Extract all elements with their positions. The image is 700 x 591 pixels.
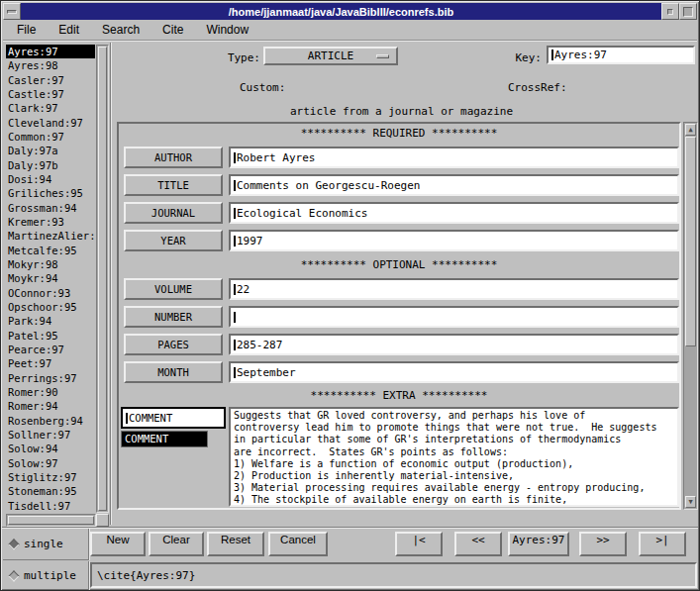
clear-button[interactable]: Clear	[149, 532, 204, 556]
list-item[interactable]: Casler:97	[6, 73, 95, 87]
list-item[interactable]: Kremer:93	[6, 215, 95, 229]
mode-toggle-single[interactable]: single	[3, 529, 89, 560]
scrollbar-thumb[interactable]	[685, 137, 696, 346]
mode-toggle-multiple[interactable]: multiple	[3, 561, 89, 590]
title-label-button[interactable]: TITLE	[124, 174, 223, 196]
list-vertical-scrollbar[interactable]	[96, 45, 109, 513]
volume-field[interactable]: 22	[229, 278, 679, 300]
list-item[interactable]: Stoneman:95	[6, 484, 95, 498]
list-item[interactable]: Romer:94	[6, 399, 95, 413]
month-field[interactable]: September	[229, 361, 679, 383]
journal-field[interactable]: Ecological Economics	[229, 202, 679, 224]
list-item[interactable]: Grossman:94	[6, 201, 95, 215]
menu-window[interactable]: Window	[204, 22, 250, 38]
list-item[interactable]: Ayres:97	[6, 45, 95, 58]
number-field[interactable]	[229, 306, 679, 328]
title-field[interactable]: Comments on Georgescu-Roegen	[229, 174, 679, 196]
menu-search[interactable]: Search	[100, 22, 142, 38]
list-item[interactable]: Romer:90	[6, 385, 95, 399]
list-item[interactable]: Tisdell:97	[6, 499, 95, 513]
list-item[interactable]: Rosenberg:94	[6, 414, 95, 428]
radio-diamond-icon	[8, 539, 19, 549]
text-caret	[234, 152, 236, 163]
pages-field[interactable]: 285-287	[229, 334, 679, 355]
volume-label-button[interactable]: VOLUME	[124, 278, 223, 300]
titlebar[interactable]: /home/jjanmaat/java/JavaBibIII/econrefs.…	[3, 3, 697, 20]
reset-button[interactable]: Reset	[207, 532, 264, 556]
list-item[interactable]: Metcalfe:95	[6, 244, 95, 257]
list-item[interactable]: Clark:97	[6, 101, 95, 115]
extra-section-header: ********** EXTRA **********	[119, 389, 679, 402]
cite-command-field[interactable]: \cite{Ayres:97}	[90, 562, 697, 588]
required-section-header: ********** REQUIRED **********	[119, 127, 679, 140]
key-field[interactable]: Ayres:97	[547, 46, 695, 64]
list-item[interactable]: Sollner:97	[6, 428, 95, 442]
year-label-button[interactable]: YEAR	[124, 230, 223, 251]
list-item[interactable]: Solow:94	[6, 442, 95, 455]
list-item[interactable]: Common:97	[6, 130, 95, 144]
next-record-button[interactable]: >>	[579, 532, 627, 556]
text-caret	[234, 312, 236, 323]
list-item[interactable]: Daly:97b	[6, 158, 95, 172]
author-field[interactable]: Robert Ayres	[229, 147, 679, 168]
window-title: /home/jjanmaat/java/JavaBibIII/econrefs.…	[21, 6, 661, 18]
pages-label-button[interactable]: PAGES	[124, 334, 223, 355]
number-label-button[interactable]: NUMBER	[124, 306, 223, 328]
menu-cite[interactable]: Cite	[160, 22, 185, 38]
radio-diamond-icon	[8, 570, 19, 581]
form-vertical-scrollbar[interactable]: ▲ ▼	[683, 122, 698, 510]
entry-type-description: article from a journal or magazine	[112, 105, 691, 118]
text-caret	[234, 180, 236, 191]
scroll-down-arrow-icon[interactable]: ▼	[685, 496, 696, 508]
previous-record-button[interactable]: <<	[454, 532, 502, 556]
type-option-menu[interactable]: ARTICLE	[263, 47, 398, 65]
first-record-button[interactable]: |<	[395, 532, 443, 556]
list-item[interactable]: Griliches:95	[6, 186, 95, 200]
scroll-up-arrow-icon[interactable]: ▲	[685, 124, 696, 136]
mode-multiple-label: multiple	[24, 569, 76, 582]
journal-label-button[interactable]: JOURNAL	[124, 202, 223, 224]
list-item[interactable]: Cleveland:97	[6, 116, 95, 130]
new-button[interactable]: New	[90, 532, 146, 556]
maximize-button[interactable]	[679, 3, 697, 20]
list-item[interactable]: Daly:97a	[6, 144, 95, 157]
last-record-button[interactable]: >|	[639, 532, 686, 556]
list-item[interactable]: Ayres:98	[6, 58, 95, 72]
extra-field-selector[interactable]: COMMENT	[121, 407, 226, 429]
minimize-icon	[667, 9, 673, 15]
list-item[interactable]: Park:94	[6, 314, 95, 328]
list-item[interactable]: OConnor:93	[6, 286, 95, 300]
menu-edit[interactable]: Edit	[56, 22, 81, 38]
list-item[interactable]: Solow:97	[6, 456, 95, 470]
year-field[interactable]: 1997	[229, 230, 679, 251]
list-horizontal-scrollbar[interactable]	[6, 514, 96, 527]
month-label-button[interactable]: MONTH	[124, 361, 223, 383]
list-item[interactable]: Stiglitz:97	[6, 470, 95, 484]
text-caret	[234, 236, 236, 246]
footer-separator	[2, 527, 698, 529]
current-record-button[interactable]: Ayres:97	[508, 532, 569, 556]
list-item[interactable]: Castle:97	[6, 87, 95, 101]
citation-key-list: Ayres:97 Ayres:98 Casler:97 Castle:97 Cl…	[6, 45, 95, 513]
scrollbar-thumb[interactable]	[8, 516, 94, 525]
scrollbar-thumb[interactable]	[98, 47, 107, 511]
window-menu-button[interactable]	[3, 3, 21, 20]
year-value: 1997	[237, 235, 263, 247]
minimize-button[interactable]	[661, 3, 679, 20]
dropdown-item-comment[interactable]: COMMENT	[122, 432, 207, 446]
list-item[interactable]: Peet:97	[6, 356, 95, 370]
comment-textarea[interactable]: Suggests that GR loved controversy, and …	[229, 407, 679, 507]
list-item[interactable]: Perrings:97	[6, 371, 95, 385]
list-item[interactable]: MartinezAlier:9	[6, 229, 95, 243]
author-label-button[interactable]: AUTHOR	[124, 147, 223, 168]
list-item[interactable]: Moykr:94	[6, 271, 95, 285]
menu-file[interactable]: File	[15, 22, 38, 38]
list-item[interactable]: Patel:95	[6, 329, 95, 343]
maximize-icon	[683, 7, 693, 17]
cancel-button[interactable]: Cancel	[268, 532, 328, 556]
list-item[interactable]: Dosi:94	[6, 172, 95, 186]
type-label: Type:	[219, 51, 260, 64]
list-item[interactable]: Pearce:97	[6, 343, 95, 356]
list-item[interactable]: Opschoor:95	[6, 300, 95, 314]
list-item[interactable]: Mokyr:98	[6, 257, 95, 271]
